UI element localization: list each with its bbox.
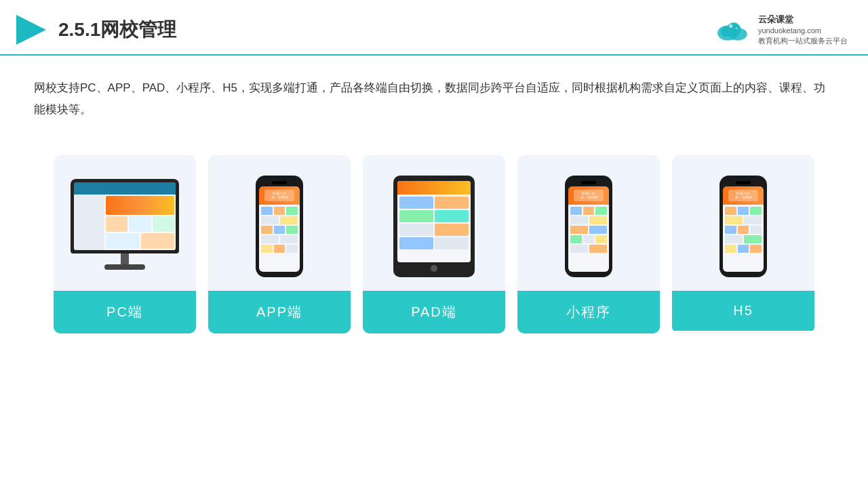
card-mini-img: 职通人的第一堂网课 bbox=[517, 155, 660, 291]
tablet-mockup bbox=[393, 176, 475, 277]
svg-marker-0 bbox=[16, 15, 46, 45]
card-h5-label: H5 bbox=[672, 291, 814, 331]
description-text: 网校支持PC、APP、PAD、小程序、H5，实现多端打通，产品各终端自由切换，数… bbox=[0, 56, 868, 121]
play-icon bbox=[14, 12, 49, 47]
page-title: 2.5.1网校管理 bbox=[58, 17, 176, 43]
card-app: 职通人的第一堂网课 bbox=[208, 155, 351, 333]
card-h5-img: 职通人的第一堂网课 bbox=[672, 155, 814, 291]
card-pad: PAD端 bbox=[363, 155, 505, 333]
card-app-label: APP端 bbox=[208, 291, 351, 333]
phone-mockup-app: 职通人的第一堂网课 bbox=[256, 176, 303, 277]
card-mini-label: 小程序 bbox=[517, 291, 660, 333]
logo-site: yunduoketang.com bbox=[758, 26, 848, 36]
card-mini: 职通人的第一堂网课 bbox=[517, 155, 660, 333]
cards-section: PC端 职通人的第一堂网课 bbox=[0, 128, 868, 354]
card-pc-label: PC端 bbox=[54, 291, 196, 333]
card-pad-label: PAD端 bbox=[363, 291, 505, 333]
phone-mockup-h5: 职通人的第一堂网课 bbox=[719, 176, 767, 277]
monitor-mockup bbox=[67, 179, 182, 274]
logo-name: 云朵课堂 bbox=[758, 14, 848, 26]
header: 2.5.1网校管理 云朵课堂 yunduoketang.com 教育机构一站式服… bbox=[0, 0, 868, 56]
card-pc-img bbox=[54, 155, 196, 291]
svg-point-5 bbox=[729, 24, 732, 28]
phone-mockup-mini: 职通人的第一堂网课 bbox=[565, 176, 612, 277]
logo-text-block: 云朵课堂 yunduoketang.com 教育机构一站式服务云平台 bbox=[758, 14, 848, 47]
card-pad-img bbox=[363, 155, 505, 291]
logo-area: 云朵课堂 yunduoketang.com 教育机构一站式服务云平台 bbox=[713, 14, 848, 47]
card-h5: 职通人的第一堂网课 bbox=[672, 155, 814, 333]
header-left: 2.5.1网校管理 bbox=[14, 12, 176, 47]
svg-point-6 bbox=[736, 27, 738, 29]
logo-tagline: 教育机构一站式服务云平台 bbox=[758, 36, 848, 46]
cloud-logo-icon bbox=[713, 16, 754, 43]
card-pc: PC端 bbox=[54, 155, 196, 333]
svg-point-4 bbox=[721, 26, 731, 37]
card-app-img: 职通人的第一堂网课 bbox=[208, 155, 351, 291]
